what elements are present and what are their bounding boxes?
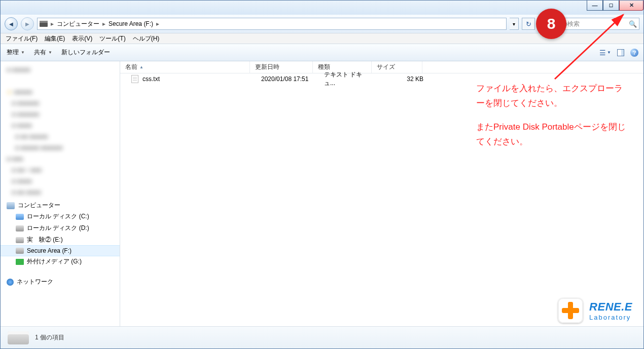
col-name-label: 名前 (125, 63, 137, 71)
sort-asc-icon: ▲ (139, 65, 144, 69)
sidebar-computer[interactable]: コンピューター (1, 198, 120, 211)
new-folder-button[interactable]: 新しいフォルダー (61, 48, 110, 57)
close-button[interactable] (619, 1, 643, 11)
sidebar-drive-item[interactable]: Secure Area (F:) (1, 246, 120, 256)
sidebar-network[interactable]: ネットワーク (1, 275, 120, 287)
drive-icon (8, 331, 29, 344)
sidebar-network-label: ネットワーク (17, 278, 53, 286)
annotation-text: ファイルを入れたら、エクスプローラーを閉じてください。 またPrivate Di… (476, 82, 628, 149)
drive-icon (16, 248, 24, 254)
address-bar[interactable]: ▸ コンピューター ▸ Secure Area (F:) ▸ (37, 18, 507, 30)
drive-icon (16, 214, 24, 220)
brand-name: RENE.E (589, 300, 632, 314)
toolbar: 整理▼ 共有▼ 新しいフォルダー ☰ ▼ ? (1, 44, 643, 61)
col-date-label: 更新日時 (255, 63, 279, 71)
file-date: 2020/01/08 17:51 (256, 75, 319, 83)
column-headers: 名前 ▲ 更新日時 種類 サイズ (120, 61, 643, 73)
sidebar-drive-item[interactable]: 実 験② (E:) (1, 234, 120, 246)
file-type: テキスト ドキュ... (319, 70, 378, 88)
drive-label: 実 験② (E:) (27, 236, 63, 244)
status-text: 1 個の項目 (35, 333, 64, 342)
drive-label: ローカル ディスク (D:) (27, 224, 89, 232)
col-name[interactable]: 名前 ▲ (120, 61, 250, 73)
drive-icon (16, 237, 24, 243)
sidebar-drive-item[interactable]: ローカル ディスク (D:) (1, 222, 120, 234)
organize-label: 整理 (7, 48, 19, 57)
search-icon: 🔍 (629, 20, 637, 28)
annotation-step-badge: 8 (536, 9, 566, 39)
sidebar-blurred-section: ■ ■■■■■ ★ ■■■■■ ■ ■■■■■■ ■ ■■■■■■ ■ ■■■■… (1, 64, 120, 198)
organize-button[interactable]: 整理▼ (7, 48, 25, 57)
help-button[interactable]: ? (630, 49, 638, 57)
menu-edit[interactable]: 編集(E) (45, 34, 65, 43)
chevron-right-icon: ▸ (155, 20, 160, 27)
col-size[interactable]: サイズ (372, 61, 422, 73)
computer-icon (7, 202, 15, 209)
drive-label: ローカル ディスク (C:) (27, 212, 89, 221)
new-folder-label: 新しいフォルダー (61, 48, 110, 57)
sidebar-computer-label: コンピューター (18, 201, 60, 210)
address-dropdown[interactable]: ▾ (510, 18, 519, 30)
file-name: css.txt (142, 75, 160, 83)
chevron-right-icon: ▸ (50, 20, 55, 27)
annotation-line1: ファイルを入れたら、エクスプローラーを閉じてください。 (476, 82, 628, 111)
minimize-button[interactable] (587, 1, 603, 11)
sidebar: ■ ■■■■■ ★ ■■■■■ ■ ■■■■■■ ■ ■■■■■■ ■ ■■■■… (1, 61, 120, 326)
menu-help[interactable]: ヘルプ(H) (133, 34, 160, 43)
drive-label: Secure Area (F:) (27, 247, 71, 254)
annotation-line2: またPrivate Disk Portableページを閉じてください。 (476, 120, 628, 149)
maximize-button[interactable] (603, 1, 619, 11)
col-date[interactable]: 更新日時 (250, 61, 313, 73)
drive-icon (16, 259, 24, 265)
file-icon (131, 75, 138, 83)
brand-logo: RENE.E Laboratory (558, 298, 632, 323)
menu-file[interactable]: ファイル(F) (6, 34, 38, 43)
drive-icon (40, 21, 48, 27)
drive-label: 外付けメディア (G:) (27, 257, 82, 266)
network-icon (7, 279, 14, 286)
brand-logo-icon (558, 298, 583, 323)
drive-icon (16, 225, 24, 231)
sidebar-drive-item[interactable]: 外付けメディア (G:) (1, 256, 120, 267)
menu-tools[interactable]: ツール(T) (99, 34, 125, 43)
refresh-button[interactable]: ↻ (522, 18, 535, 30)
back-button[interactable]: ◄ (5, 17, 18, 30)
brand-sub: Laboratory (589, 314, 632, 321)
forward-button[interactable]: ► (21, 17, 34, 30)
preview-pane-button[interactable] (617, 49, 624, 56)
menu-view[interactable]: 表示(V) (72, 34, 92, 43)
col-size-label: サイズ (377, 63, 395, 71)
chevron-right-icon: ▸ (101, 20, 106, 27)
breadcrumb-current[interactable]: Secure Area (F:) (109, 20, 153, 27)
breadcrumb-root[interactable]: コンピューター (57, 20, 99, 28)
status-bar: 1 個の項目 (1, 326, 643, 348)
share-button[interactable]: 共有▼ (34, 48, 52, 57)
sidebar-drive-item[interactable]: ローカル ディスク (C:) (1, 211, 120, 222)
view-mode-button[interactable]: ☰ ▼ (599, 49, 611, 57)
file-size: 32 KB (378, 75, 428, 83)
share-label: 共有 (34, 48, 46, 57)
